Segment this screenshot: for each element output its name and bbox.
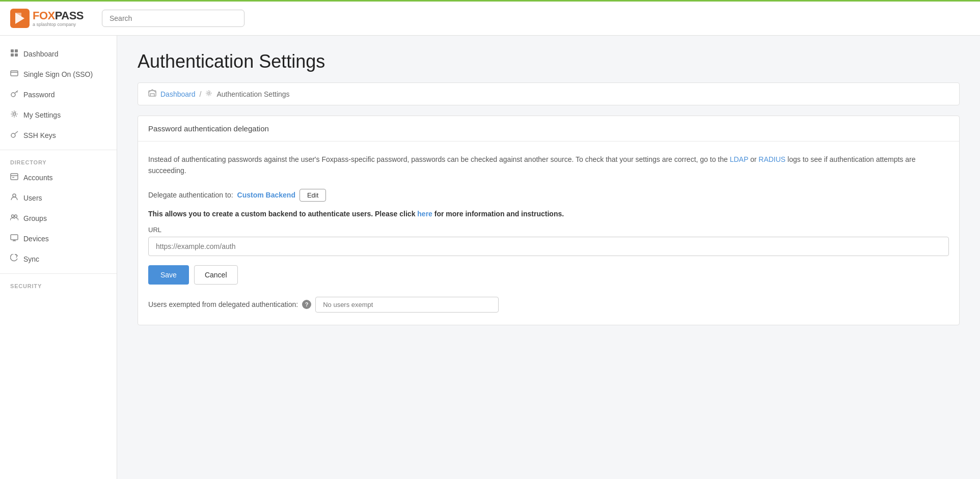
svg-rect-21 bbox=[11, 235, 18, 240]
sidebar-divider bbox=[0, 150, 117, 150]
svg-rect-5 bbox=[11, 53, 14, 57]
exempt-row: Users exempted from delegated authentica… bbox=[148, 297, 949, 313]
svg-point-19 bbox=[12, 215, 14, 217]
main-content: Authentication Settings Dashboard / Auth… bbox=[117, 36, 980, 479]
sidebar-label-sso: Single Sign On (SSO) bbox=[23, 70, 93, 78]
svg-point-9 bbox=[11, 93, 15, 97]
svg-line-10 bbox=[15, 91, 18, 93]
svg-rect-6 bbox=[15, 53, 18, 57]
sidebar-label-dashboard: Dashboard bbox=[23, 50, 59, 58]
delegate-label: Delegate authentication to: bbox=[148, 191, 233, 199]
logo-text: FOXPASS bbox=[33, 10, 84, 21]
breadcrumb-home-link[interactable]: Dashboard bbox=[160, 90, 196, 98]
ssh-icon bbox=[10, 130, 18, 140]
svg-point-18 bbox=[13, 194, 16, 197]
sidebar-label-ssh-keys: SSH Keys bbox=[23, 131, 56, 139]
button-row: Save Cancel bbox=[148, 265, 949, 285]
groups-icon bbox=[10, 213, 18, 223]
svg-point-20 bbox=[15, 215, 17, 217]
breadcrumb-current: Authentication Settings bbox=[216, 90, 289, 98]
sidebar-item-accounts[interactable]: Accounts bbox=[0, 167, 117, 188]
svg-point-25 bbox=[208, 92, 210, 94]
directory-section-label: DIRECTORY bbox=[0, 154, 117, 167]
sidebar-label-my-settings: My Settings bbox=[23, 111, 61, 119]
sidebar-label-password: Password bbox=[23, 91, 55, 99]
breadcrumb-settings-icon bbox=[205, 90, 212, 98]
password-icon bbox=[10, 90, 18, 100]
ldap-link[interactable]: LDAP bbox=[730, 155, 748, 163]
settings-icon bbox=[10, 110, 18, 120]
sidebar-item-sync[interactable]: Sync bbox=[0, 249, 117, 269]
topbar: FOXPASS a splashtop company bbox=[0, 0, 980, 36]
sidebar-item-ssh-keys[interactable]: SSH Keys bbox=[0, 125, 117, 146]
accounts-icon bbox=[10, 173, 18, 183]
sidebar-label-users: Users bbox=[23, 194, 42, 202]
sso-icon bbox=[10, 69, 18, 79]
svg-rect-3 bbox=[11, 49, 14, 52]
sidebar-item-password[interactable]: Password bbox=[0, 84, 117, 105]
breadcrumb: Dashboard / Authentication Settings bbox=[138, 82, 960, 105]
exempt-input[interactable] bbox=[315, 297, 499, 313]
sidebar-item-sso[interactable]: Single Sign On (SSO) bbox=[0, 64, 117, 84]
sidebar-item-groups[interactable]: Groups bbox=[0, 208, 117, 229]
card-section-title: Password authentication delegation bbox=[148, 124, 269, 133]
svg-rect-7 bbox=[11, 71, 18, 76]
sidebar-divider-2 bbox=[0, 273, 117, 274]
delegate-value-link[interactable]: Custom Backend bbox=[237, 191, 295, 199]
sidebar-item-my-settings[interactable]: My Settings bbox=[0, 105, 117, 125]
devices-icon bbox=[10, 234, 18, 244]
sidebar-label-accounts: Accounts bbox=[23, 174, 53, 182]
svg-rect-4 bbox=[15, 49, 18, 52]
breadcrumb-separator: / bbox=[200, 90, 202, 98]
url-input[interactable] bbox=[148, 237, 949, 256]
svg-rect-15 bbox=[11, 174, 18, 180]
url-label: URL bbox=[148, 226, 949, 234]
logo: FOXPASS a splashtop company bbox=[10, 9, 92, 28]
sidebar-item-users[interactable]: Users bbox=[0, 188, 117, 208]
card-body: Instead of authenticating passwords agai… bbox=[138, 142, 959, 325]
sidebar-label-sync: Sync bbox=[23, 255, 39, 263]
edit-button[interactable]: Edit bbox=[300, 189, 326, 202]
here-link[interactable]: here bbox=[417, 210, 432, 218]
sidebar-item-devices[interactable]: Devices bbox=[0, 229, 117, 249]
sidebar-label-groups: Groups bbox=[23, 214, 47, 222]
svg-line-14 bbox=[15, 131, 18, 134]
svg-line-11 bbox=[17, 92, 17, 93]
help-icon[interactable]: ? bbox=[302, 300, 311, 309]
users-icon bbox=[10, 193, 18, 203]
auth-settings-card: Password authentication delegation Inste… bbox=[138, 116, 960, 325]
exempt-label: Users exempted from delegated authentica… bbox=[148, 300, 298, 308]
dashboard-icon bbox=[10, 49, 18, 59]
svg-point-12 bbox=[13, 113, 16, 116]
sidebar-item-dashboard[interactable]: Dashboard bbox=[0, 44, 117, 64]
page-title: Authentication Settings bbox=[138, 51, 960, 72]
sidebar: Dashboard Single Sign On (SSO) Password … bbox=[0, 36, 117, 479]
delegate-row: Delegate authentication to: Custom Backe… bbox=[148, 189, 949, 202]
breadcrumb-home-icon bbox=[148, 89, 156, 99]
cancel-button[interactable]: Cancel bbox=[194, 265, 238, 285]
security-section-label: SECURITY bbox=[0, 278, 117, 291]
search-input[interactable] bbox=[102, 10, 244, 27]
card-description: Instead of authenticating passwords agai… bbox=[148, 154, 949, 177]
sync-icon bbox=[10, 254, 18, 264]
sidebar-label-devices: Devices bbox=[23, 235, 49, 243]
radius-link[interactable]: RADIUS bbox=[758, 155, 785, 163]
logo-subtext: a splashtop company bbox=[33, 22, 84, 27]
custom-backend-note: This allows you to create a custom backe… bbox=[148, 210, 949, 218]
card-header: Password authentication delegation bbox=[138, 116, 959, 142]
svg-point-13 bbox=[11, 133, 15, 137]
save-button[interactable]: Save bbox=[148, 265, 189, 285]
